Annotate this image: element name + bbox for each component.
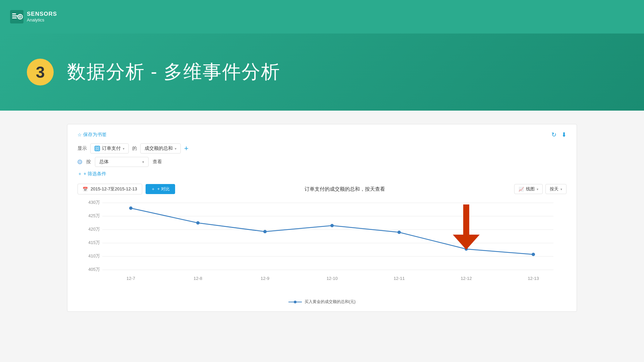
arrow-head	[453, 235, 480, 250]
svg-text:420万: 420万	[88, 227, 100, 232]
data-point-2	[263, 230, 267, 233]
plus-icon: ＋	[77, 171, 82, 177]
data-point-6	[532, 253, 535, 256]
metric-chevron-icon: ▾	[175, 147, 176, 150]
circle-indicator	[77, 160, 82, 164]
chart-view-controls: 📈 线图 ▾ 按天 ▾	[514, 184, 567, 194]
chart-type-label: 线图	[526, 186, 535, 192]
time-granularity-label: 按天	[550, 186, 558, 192]
controls-left: 📅 2015-12-7至2015-12-13 ＋ + 对比	[77, 184, 175, 194]
legend-line-icon	[288, 300, 302, 304]
save-bookmark-btn[interactable]: ☆ 保存为书签	[77, 132, 107, 138]
logo: SENSORS Analytics	[10, 10, 57, 23]
analysis-panel: ☆ 保存为书签 ↻ ⬇ 显示 订单支付 ▾ 的 成交额的总和 ▾	[67, 124, 577, 312]
line-chart-svg: 430万 425万 420万 415万 410万 405万 12-7 12-8 …	[77, 198, 567, 295]
data-point-0	[129, 206, 132, 210]
time-chevron-icon: ▾	[560, 187, 562, 191]
svg-rect-2	[12, 15, 18, 16]
metric-name: 成交额的总和	[145, 145, 173, 152]
svg-text:430万: 430万	[88, 200, 100, 205]
refresh-button[interactable]: ↻	[551, 131, 556, 138]
metric-selector[interactable]: 成交额的总和 ▾	[140, 143, 181, 154]
toolbar-icons: ↻ ⬇	[551, 131, 567, 138]
chart-line	[131, 208, 533, 254]
svg-rect-3	[12, 17, 17, 18]
star-icon: ☆	[77, 132, 82, 137]
header: SENSORS Analytics	[0, 0, 644, 34]
step-badge: 3	[27, 59, 54, 85]
event-icon	[95, 146, 100, 151]
svg-text:405万: 405万	[88, 267, 100, 272]
toolbar-row: ☆ 保存为书签 ↻ ⬇	[77, 131, 567, 138]
view-label: 查看	[153, 159, 162, 165]
svg-text:12-10: 12-10	[326, 276, 337, 281]
event-name: 订单支付	[102, 145, 121, 152]
chevron-down-icon: ▾	[123, 147, 124, 150]
group-select[interactable]: 总体 ▾	[95, 157, 149, 167]
logo-sensors: SENSORS	[27, 11, 57, 17]
date-range-button[interactable]: 📅 2015-12-7至2015-12-13	[77, 184, 142, 194]
svg-text:415万: 415万	[88, 240, 100, 245]
time-granularity-button[interactable]: 按天 ▾	[545, 184, 567, 194]
svg-text:12-11: 12-11	[393, 276, 405, 281]
chart-title: 订单支付的成交额的总和，按天查看	[305, 186, 385, 192]
chart-type-chevron: ▾	[537, 187, 538, 191]
chart-legend: 买入黄金的成交额的总和(元)	[77, 299, 567, 305]
chart-type-button[interactable]: 📈 线图 ▾	[514, 184, 543, 194]
chart-area: 430万 425万 420万 415万 410万 405万 12-7 12-8 …	[77, 198, 567, 305]
svg-rect-1	[12, 13, 16, 14]
data-point-4	[397, 231, 401, 234]
plus-compare-icon: ＋	[151, 186, 155, 192]
compare-button[interactable]: ＋ + 对比	[146, 184, 175, 194]
group-row: 按 总体 ▾ 查看	[77, 157, 567, 167]
logo-icon	[10, 10, 23, 23]
logo-text: SENSORS Analytics	[27, 11, 57, 23]
group-by-label: 按	[86, 159, 91, 165]
page-title: 数据分析 - 多维事件分析	[67, 59, 280, 85]
data-point-3	[330, 224, 334, 227]
hero-section: 3 数据分析 - 多维事件分析	[0, 34, 644, 111]
main-content: ☆ 保存为书签 ↻ ⬇ 显示 订单支付 ▾ 的 成交额的总和 ▾	[0, 111, 644, 362]
logo-analytics: Analytics	[27, 17, 57, 23]
of-label: 的	[132, 145, 137, 152]
svg-point-31	[294, 301, 297, 303]
svg-text:425万: 425万	[88, 213, 100, 218]
svg-text:12-12: 12-12	[461, 276, 472, 281]
add-metric-button[interactable]: +	[184, 145, 189, 152]
legend-text: 买入黄金的成交额的总和(元)	[305, 299, 356, 305]
svg-text:12-13: 12-13	[528, 276, 539, 281]
group-value: 总体	[99, 159, 109, 165]
add-filter-btn[interactable]: ＋ + 筛选条件	[77, 171, 567, 177]
display-label: 显示	[77, 145, 87, 152]
calendar-icon: 📅	[83, 187, 88, 192]
compare-label: + 对比	[157, 186, 170, 192]
data-point-1	[196, 221, 200, 225]
svg-text:12-7: 12-7	[126, 276, 135, 281]
svg-text:410万: 410万	[88, 253, 100, 258]
svg-text:12-9: 12-9	[261, 276, 269, 281]
group-chevron-icon: ▾	[142, 160, 144, 164]
date-range-text: 2015-12-7至2015-12-13	[91, 186, 137, 192]
line-chart-icon: 📈	[519, 187, 524, 192]
download-button[interactable]: ⬇	[561, 131, 567, 138]
svg-text:12-8: 12-8	[194, 276, 202, 281]
event-selector[interactable]: 订单支付 ▾	[90, 143, 129, 154]
filter-label-text: + 筛选条件	[84, 171, 106, 177]
chart-controls: 📅 2015-12-7至2015-12-13 ＋ + 对比 订单支付的成交额的总…	[77, 184, 567, 194]
